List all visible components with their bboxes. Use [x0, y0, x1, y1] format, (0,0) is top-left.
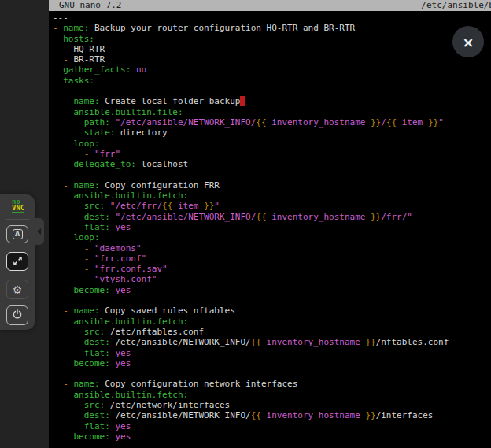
code-line: tasks: — [53, 76, 491, 86]
settings-button[interactable]: ⚙ — [6, 280, 28, 299]
code-line: src: /etc/nftables.conf — [53, 327, 491, 337]
chevron-left-icon — [37, 228, 41, 235]
code-line: - name: Backup your router configuration… — [53, 23, 491, 33]
code-line: dest: /etc/ansible/NETWORK_INFO/{{ inven… — [53, 337, 491, 347]
terminal-screen[interactable]: GNU nano 7.2 /etc/ansible/b ---- name: B… — [49, 0, 491, 448]
code-line: gather_facts: no — [53, 65, 491, 75]
code-line: src: "/etc/frr/{{ item }}" — [53, 201, 491, 211]
code-line: src: /etc/network/interfaces — [53, 400, 491, 410]
code-line: - name: Copy configuration FRR — [53, 180, 491, 191]
novnc-logo: no VNC — [12, 198, 24, 213]
code-line: dest: "/etc/ansible/NETWORK_INFO/{{ inve… — [53, 212, 491, 222]
code-line: ansible.builtin.fetch: — [53, 191, 491, 201]
novnc-logo-bottom: VNC — [12, 205, 24, 213]
code-line: dest: /etc/ansible/NETWORK_INFO/{{ inven… — [53, 410, 491, 420]
power-icon — [12, 308, 23, 323]
code-line: ansible.builtin.file: — [53, 107, 491, 117]
novnc-session-window: GNU nano 7.2 /etc/ansible/b ---- name: B… — [0, 0, 491, 448]
code-line: - name: Copy configuration network inter… — [53, 379, 491, 389]
code-line: delegate_to: localhost — [53, 159, 491, 169]
code-line: loop: — [53, 139, 491, 149]
panel-collapse-handle[interactable] — [34, 218, 44, 245]
panel-separator — [6, 219, 29, 220]
code-line: flat: yes — [53, 222, 491, 232]
editor-content[interactable]: ---- name: Backup your router configurat… — [49, 11, 491, 442]
code-line: - "frr.conf.sav" — [53, 264, 491, 274]
code-line — [53, 86, 491, 96]
close-button[interactable]: × — [452, 26, 484, 57]
code-line — [53, 295, 491, 305]
close-icon: × — [462, 34, 474, 50]
code-line: state: directory — [53, 128, 491, 138]
vnc-control-panel: no VNC A ⚙ — [0, 194, 35, 330]
code-line: - HQ-RTR — [53, 44, 491, 54]
gear-icon: ⚙ — [13, 284, 23, 295]
code-line — [53, 368, 491, 379]
code-line: path: "/etc/ansible/NETWORK_INFO/{{ inve… — [53, 117, 491, 128]
nano-file-path: /etc/ansible/b — [421, 0, 491, 11]
text-cursor — [240, 96, 246, 106]
code-line: - "frr.conf" — [53, 254, 491, 264]
code-line: become: yes — [53, 358, 491, 368]
fullscreen-icon — [13, 254, 23, 269]
code-line: - "vtysh.conf" — [53, 274, 491, 284]
code-line: ansible.builtin.fetch: — [53, 317, 491, 327]
code-line: - name: Create local folder backup — [53, 96, 491, 106]
keyboard-button[interactable]: A — [6, 225, 28, 243]
nano-titlebar: GNU nano 7.2 /etc/ansible/b — [49, 0, 491, 11]
power-button[interactable] — [6, 305, 28, 325]
code-line: become: yes — [53, 285, 491, 295]
code-line: hosts: — [53, 34, 491, 44]
code-line: flat: yes — [53, 348, 491, 358]
code-line: - name: Copy saved rules nftables — [53, 305, 491, 316]
code-line: - "frr" — [53, 149, 491, 159]
code-line: become: yes — [53, 431, 491, 442]
code-line: - "daemons" — [53, 243, 491, 254]
code-line: --- — [53, 13, 491, 23]
nano-app-title: GNU nano 7.2 — [49, 0, 121, 11]
code-line — [53, 169, 491, 180]
fullscreen-button[interactable] — [6, 252, 28, 271]
code-line: loop: — [53, 232, 491, 243]
code-line: - BR-RTR — [53, 54, 491, 65]
code-line: flat: yes — [53, 421, 491, 431]
code-line: ansible.builtin.fetch: — [53, 390, 491, 400]
keyboard-a-icon: A — [13, 229, 23, 239]
